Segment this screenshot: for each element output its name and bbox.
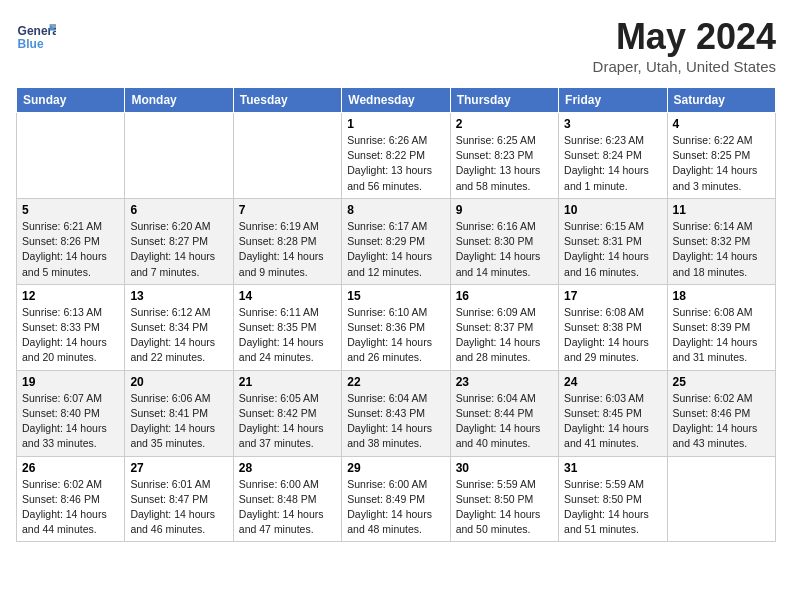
calendar-cell: 19Sunrise: 6:07 AM Sunset: 8:40 PM Dayli… — [17, 370, 125, 456]
calendar-cell: 18Sunrise: 6:08 AM Sunset: 8:39 PM Dayli… — [667, 284, 775, 370]
cell-details: Sunrise: 6:19 AM Sunset: 8:28 PM Dayligh… — [239, 219, 336, 280]
day-number: 1 — [347, 117, 444, 131]
day-number: 8 — [347, 203, 444, 217]
cell-details: Sunrise: 6:02 AM Sunset: 8:46 PM Dayligh… — [22, 477, 119, 538]
day-number: 17 — [564, 289, 661, 303]
calendar-cell — [17, 113, 125, 199]
calendar-cell: 8Sunrise: 6:17 AM Sunset: 8:29 PM Daylig… — [342, 198, 450, 284]
calendar-cell: 5Sunrise: 6:21 AM Sunset: 8:26 PM Daylig… — [17, 198, 125, 284]
calendar-cell: 25Sunrise: 6:02 AM Sunset: 8:46 PM Dayli… — [667, 370, 775, 456]
calendar-table: SundayMondayTuesdayWednesdayThursdayFrid… — [16, 87, 776, 542]
day-number: 16 — [456, 289, 553, 303]
cell-details: Sunrise: 6:09 AM Sunset: 8:37 PM Dayligh… — [456, 305, 553, 366]
day-number: 15 — [347, 289, 444, 303]
day-of-week-header: Tuesday — [233, 88, 341, 113]
calendar-cell: 13Sunrise: 6:12 AM Sunset: 8:34 PM Dayli… — [125, 284, 233, 370]
calendar-cell: 4Sunrise: 6:22 AM Sunset: 8:25 PM Daylig… — [667, 113, 775, 199]
cell-details: Sunrise: 6:15 AM Sunset: 8:31 PM Dayligh… — [564, 219, 661, 280]
calendar-cell: 27Sunrise: 6:01 AM Sunset: 8:47 PM Dayli… — [125, 456, 233, 542]
day-of-week-header: Thursday — [450, 88, 558, 113]
calendar-cell: 21Sunrise: 6:05 AM Sunset: 8:42 PM Dayli… — [233, 370, 341, 456]
day-number: 3 — [564, 117, 661, 131]
day-number: 11 — [673, 203, 770, 217]
day-number: 30 — [456, 461, 553, 475]
cell-details: Sunrise: 6:00 AM Sunset: 8:49 PM Dayligh… — [347, 477, 444, 538]
day-number: 21 — [239, 375, 336, 389]
cell-details: Sunrise: 6:20 AM Sunset: 8:27 PM Dayligh… — [130, 219, 227, 280]
cell-details: Sunrise: 6:21 AM Sunset: 8:26 PM Dayligh… — [22, 219, 119, 280]
day-of-week-header: Wednesday — [342, 88, 450, 113]
cell-details: Sunrise: 6:11 AM Sunset: 8:35 PM Dayligh… — [239, 305, 336, 366]
location: Draper, Utah, United States — [593, 58, 776, 75]
day-number: 6 — [130, 203, 227, 217]
cell-details: Sunrise: 5:59 AM Sunset: 8:50 PM Dayligh… — [564, 477, 661, 538]
calendar-cell: 22Sunrise: 6:04 AM Sunset: 8:43 PM Dayli… — [342, 370, 450, 456]
day-number: 28 — [239, 461, 336, 475]
day-number: 10 — [564, 203, 661, 217]
cell-details: Sunrise: 6:14 AM Sunset: 8:32 PM Dayligh… — [673, 219, 770, 280]
day-number: 24 — [564, 375, 661, 389]
calendar-week-row: 12Sunrise: 6:13 AM Sunset: 8:33 PM Dayli… — [17, 284, 776, 370]
calendar-cell: 2Sunrise: 6:25 AM Sunset: 8:23 PM Daylig… — [450, 113, 558, 199]
day-number: 4 — [673, 117, 770, 131]
day-of-week-header: Monday — [125, 88, 233, 113]
day-number: 27 — [130, 461, 227, 475]
calendar-week-row: 19Sunrise: 6:07 AM Sunset: 8:40 PM Dayli… — [17, 370, 776, 456]
cell-details: Sunrise: 6:07 AM Sunset: 8:40 PM Dayligh… — [22, 391, 119, 452]
day-number: 20 — [130, 375, 227, 389]
cell-details: Sunrise: 6:08 AM Sunset: 8:38 PM Dayligh… — [564, 305, 661, 366]
day-number: 12 — [22, 289, 119, 303]
calendar-cell: 6Sunrise: 6:20 AM Sunset: 8:27 PM Daylig… — [125, 198, 233, 284]
calendar-cell: 9Sunrise: 6:16 AM Sunset: 8:30 PM Daylig… — [450, 198, 558, 284]
calendar-cell: 26Sunrise: 6:02 AM Sunset: 8:46 PM Dayli… — [17, 456, 125, 542]
month-title: May 2024 — [593, 16, 776, 58]
day-number: 2 — [456, 117, 553, 131]
cell-details: Sunrise: 6:17 AM Sunset: 8:29 PM Dayligh… — [347, 219, 444, 280]
cell-details: Sunrise: 6:23 AM Sunset: 8:24 PM Dayligh… — [564, 133, 661, 194]
cell-details: Sunrise: 6:26 AM Sunset: 8:22 PM Dayligh… — [347, 133, 444, 194]
calendar-cell: 28Sunrise: 6:00 AM Sunset: 8:48 PM Dayli… — [233, 456, 341, 542]
page-header: General Blue May 2024 Draper, Utah, Unit… — [16, 16, 776, 75]
cell-details: Sunrise: 6:03 AM Sunset: 8:45 PM Dayligh… — [564, 391, 661, 452]
day-number: 23 — [456, 375, 553, 389]
day-number: 9 — [456, 203, 553, 217]
calendar-cell: 12Sunrise: 6:13 AM Sunset: 8:33 PM Dayli… — [17, 284, 125, 370]
cell-details: Sunrise: 6:25 AM Sunset: 8:23 PM Dayligh… — [456, 133, 553, 194]
cell-details: Sunrise: 6:08 AM Sunset: 8:39 PM Dayligh… — [673, 305, 770, 366]
title-block: May 2024 Draper, Utah, United States — [593, 16, 776, 75]
day-of-week-header: Saturday — [667, 88, 775, 113]
calendar-cell: 17Sunrise: 6:08 AM Sunset: 8:38 PM Dayli… — [559, 284, 667, 370]
cell-details: Sunrise: 6:00 AM Sunset: 8:48 PM Dayligh… — [239, 477, 336, 538]
calendar-cell: 3Sunrise: 6:23 AM Sunset: 8:24 PM Daylig… — [559, 113, 667, 199]
day-number: 5 — [22, 203, 119, 217]
cell-details: Sunrise: 6:06 AM Sunset: 8:41 PM Dayligh… — [130, 391, 227, 452]
calendar-week-row: 26Sunrise: 6:02 AM Sunset: 8:46 PM Dayli… — [17, 456, 776, 542]
calendar-cell: 1Sunrise: 6:26 AM Sunset: 8:22 PM Daylig… — [342, 113, 450, 199]
cell-details: Sunrise: 6:01 AM Sunset: 8:47 PM Dayligh… — [130, 477, 227, 538]
logo: General Blue — [16, 16, 60, 56]
day-of-week-header: Sunday — [17, 88, 125, 113]
cell-details: Sunrise: 6:10 AM Sunset: 8:36 PM Dayligh… — [347, 305, 444, 366]
cell-details: Sunrise: 6:02 AM Sunset: 8:46 PM Dayligh… — [673, 391, 770, 452]
cell-details: Sunrise: 6:04 AM Sunset: 8:43 PM Dayligh… — [347, 391, 444, 452]
day-number: 13 — [130, 289, 227, 303]
calendar-week-row: 1Sunrise: 6:26 AM Sunset: 8:22 PM Daylig… — [17, 113, 776, 199]
calendar-cell: 7Sunrise: 6:19 AM Sunset: 8:28 PM Daylig… — [233, 198, 341, 284]
calendar-week-row: 5Sunrise: 6:21 AM Sunset: 8:26 PM Daylig… — [17, 198, 776, 284]
day-number: 31 — [564, 461, 661, 475]
calendar-cell — [233, 113, 341, 199]
cell-details: Sunrise: 6:04 AM Sunset: 8:44 PM Dayligh… — [456, 391, 553, 452]
day-number: 25 — [673, 375, 770, 389]
cell-details: Sunrise: 6:16 AM Sunset: 8:30 PM Dayligh… — [456, 219, 553, 280]
calendar-header-row: SundayMondayTuesdayWednesdayThursdayFrid… — [17, 88, 776, 113]
logo-icon: General Blue — [16, 16, 56, 56]
calendar-cell — [125, 113, 233, 199]
day-of-week-header: Friday — [559, 88, 667, 113]
calendar-cell — [667, 456, 775, 542]
day-number: 26 — [22, 461, 119, 475]
calendar-cell: 31Sunrise: 5:59 AM Sunset: 8:50 PM Dayli… — [559, 456, 667, 542]
cell-details: Sunrise: 5:59 AM Sunset: 8:50 PM Dayligh… — [456, 477, 553, 538]
calendar-cell: 16Sunrise: 6:09 AM Sunset: 8:37 PM Dayli… — [450, 284, 558, 370]
calendar-cell: 29Sunrise: 6:00 AM Sunset: 8:49 PM Dayli… — [342, 456, 450, 542]
day-number: 14 — [239, 289, 336, 303]
